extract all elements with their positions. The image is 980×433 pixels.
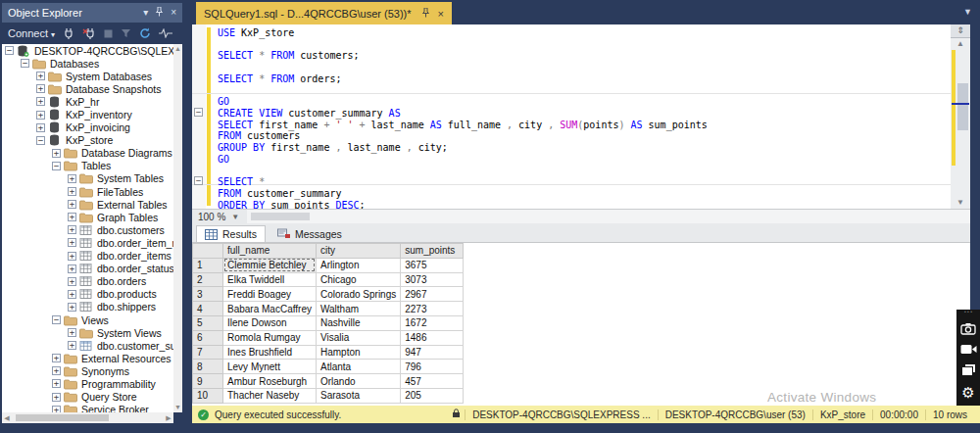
collapse-icon[interactable]: − [52, 162, 61, 170]
expand-icon[interactable]: + [36, 111, 45, 120]
cell[interactable]: 457 [401, 374, 464, 389]
tree-item-database-diagrams[interactable]: +Database Diagrams [2, 147, 173, 160]
collapse-icon[interactable]: − [5, 46, 14, 55]
collapse-icon[interactable]: − [52, 315, 61, 324]
pin-icon[interactable] [421, 8, 430, 20]
tree-item-dbo-order-statuses[interactable]: +dbo.order_statuses [2, 263, 173, 275]
cell[interactable]: Ines Brushfield [223, 345, 317, 360]
expand-icon[interactable]: + [36, 72, 45, 80]
row-number[interactable]: 10 [193, 388, 223, 403]
editor-vertical-scrollbar[interactable]: ⇕ ▲ ▼ [951, 24, 970, 209]
cell[interactable]: Ilene Dowson [223, 315, 317, 330]
expand-icon[interactable]: + [36, 123, 45, 132]
tree-item-external-tables[interactable]: +External Tables [2, 198, 173, 211]
cell[interactable]: Babara MacCaffrey [223, 302, 317, 316]
tree-item-kxp-invoicing[interactable]: +KxP_invoicing [2, 121, 173, 134]
expand-icon[interactable]: + [52, 354, 61, 362]
expand-icon[interactable]: + [68, 303, 76, 312]
cell[interactable]: Levy Mynett [223, 360, 317, 374]
close-icon[interactable]: × [171, 8, 176, 18]
cell[interactable]: Nashville [316, 315, 400, 330]
cell[interactable]: Orlando [316, 374, 400, 389]
cell[interactable]: Thacher Naseby [223, 388, 317, 403]
tree-item-databases[interactable]: −Databases [2, 57, 173, 70]
tree-item-dbo-shippers[interactable]: +dbo.shippers [2, 301, 173, 313]
tree-item-synonyms[interactable]: +Synonyms [2, 364, 173, 377]
tree-item-kxp-hr[interactable]: +KxP_hr [2, 95, 173, 108]
tree-item-database-snapshots[interactable]: +Database Snapshots [2, 82, 173, 95]
object-explorer-tree[interactable]: −DESKTOP-4QRCCBG\SQLEXPRESS (−Databases+… [2, 44, 173, 412]
cell[interactable]: Arlington [316, 258, 400, 272]
row-number[interactable]: 1 [193, 258, 223, 272]
connect-plug-icon[interactable] [63, 27, 74, 40]
sql-document-tab[interactable]: SQLQuery1.sql - D...4QRCCBG\user (53))* … [196, 2, 452, 24]
scroll-down-icon[interactable]: ▼ [956, 198, 964, 207]
scroll-left-icon[interactable]: ◀ [2, 412, 12, 423]
tree-item-external-resources[interactable]: +External Resources [2, 352, 173, 364]
tree-item-views[interactable]: −Views [2, 313, 173, 326]
expand-icon[interactable]: + [36, 84, 45, 93]
results-grid[interactable]: full_namecitysum_points1Clemmie Betchley… [192, 243, 464, 404]
cell[interactable]: Clemmie Betchley [223, 258, 317, 272]
row-number[interactable]: 3 [193, 287, 223, 302]
tree-item-kxp-store[interactable]: −KxP_store [2, 134, 173, 147]
scrollbar-thumb[interactable] [957, 83, 968, 130]
row-number[interactable]: 9 [193, 374, 223, 389]
expand-icon[interactable]: + [68, 341, 76, 350]
cell[interactable]: Ambur Roseburgh [223, 374, 317, 389]
collapse-icon[interactable]: − [36, 136, 45, 145]
cell[interactable]: Atlanta [316, 360, 400, 374]
row-number[interactable]: 6 [193, 330, 223, 345]
window-position-icon[interactable]: ▾ [143, 8, 148, 18]
collapse-icon[interactable]: − [21, 59, 29, 68]
scroll-right-icon[interactable]: ▶ [164, 412, 173, 423]
connect-button[interactable]: Connect ▾ [8, 27, 55, 39]
cell[interactable]: 205 [401, 388, 464, 403]
splitter-handle[interactable]: ⇕ [951, 24, 970, 38]
expand-icon[interactable]: + [68, 225, 76, 234]
column-header-sum_points[interactable]: sum_points [401, 244, 464, 259]
fold-collapse-icon[interactable]: − [194, 108, 203, 117]
expand-icon[interactable]: + [52, 149, 61, 158]
scroll-down-icon[interactable]: ▼ [173, 403, 182, 412]
disconnect-plug-icon[interactable] [82, 27, 96, 40]
cell[interactable]: Hampton [316, 345, 400, 360]
tree-horizontal-scrollbar[interactable]: ◀ ▶ [2, 412, 173, 423]
expand-icon[interactable]: + [52, 393, 61, 402]
activity-monitor-icon[interactable] [159, 28, 172, 38]
cell[interactable]: 3675 [401, 258, 464, 272]
cell[interactable]: 947 [401, 345, 464, 360]
tree-item-desktop-4qrccbg-sqlexpress[interactable]: −DESKTOP-4QRCCBG\SQLEXPRESS ( [2, 44, 173, 57]
row-number[interactable]: 2 [193, 272, 223, 287]
cell[interactable]: Waltham [316, 302, 400, 316]
expand-icon[interactable]: + [52, 406, 61, 412]
expand-icon[interactable]: + [68, 213, 76, 221]
row-number[interactable]: 7 [193, 345, 223, 360]
editor-horizontal-scrollbar[interactable] [247, 210, 970, 223]
close-icon[interactable]: × [438, 8, 444, 20]
tree-item-graph-tables[interactable]: +Graph Tables [2, 211, 173, 223]
tree-item-dbo-order-item-note[interactable]: +dbo.order_item_note [2, 236, 173, 249]
filter-icon[interactable] [121, 28, 131, 38]
expand-icon[interactable]: + [52, 366, 61, 375]
column-header-city[interactable]: city [316, 244, 400, 259]
scroll-up-icon[interactable]: ▲ [173, 44, 182, 54]
expand-icon[interactable]: + [68, 328, 76, 337]
video-camera-icon[interactable] [960, 344, 977, 357]
cell[interactable]: Colorado Springs [316, 287, 400, 302]
row-number[interactable]: 4 [193, 302, 223, 316]
fold-collapse-icon[interactable]: − [194, 176, 203, 185]
cell[interactable]: 3073 [401, 272, 464, 287]
row-number[interactable]: 8 [193, 360, 223, 374]
cell[interactable]: Freddi Boagey [223, 287, 317, 302]
tree-item-dbo-products[interactable]: +dbo.products [2, 288, 173, 301]
tree-item-query-store[interactable]: +Query Store [2, 391, 173, 404]
cell[interactable]: Sarasota [316, 388, 400, 403]
cell[interactable]: 2967 [401, 287, 464, 302]
tree-item-service-broker[interactable]: +Service Broker [2, 404, 173, 412]
tree-item-dbo-customer-summ[interactable]: +dbo.customer_summ [2, 339, 173, 352]
tree-item-tables[interactable]: −Tables [2, 160, 173, 172]
expand-icon[interactable]: + [68, 277, 76, 286]
expand-icon[interactable]: + [68, 200, 76, 209]
tree-item-system-databases[interactable]: +System Databases [2, 70, 173, 82]
